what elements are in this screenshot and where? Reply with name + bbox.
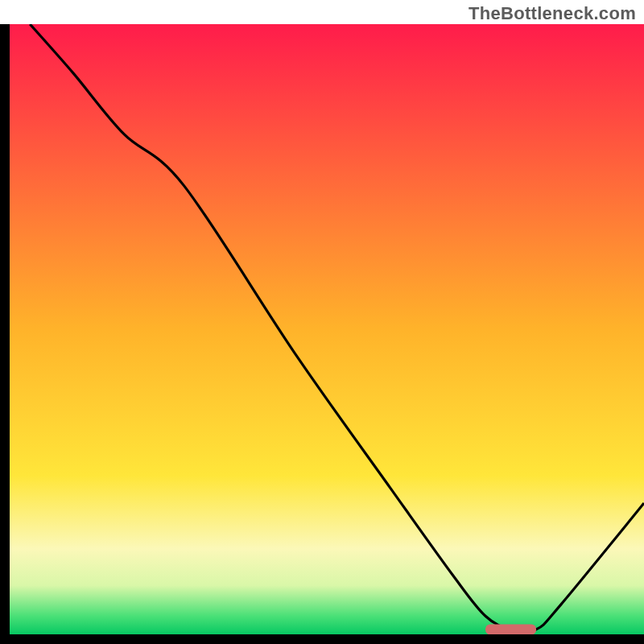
bottleneck-chart bbox=[0, 0, 644, 644]
chart-container: TheBottleneck.com bbox=[0, 0, 644, 644]
gradient-background bbox=[10, 24, 644, 634]
optimal-marker bbox=[485, 624, 536, 634]
attribution-text: TheBottleneck.com bbox=[469, 3, 636, 24]
